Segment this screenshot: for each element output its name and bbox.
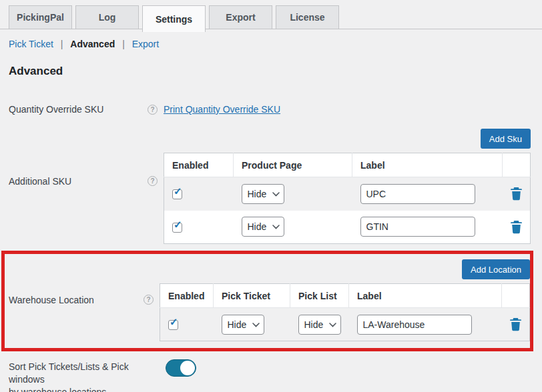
location-label-input[interactable]: [357, 315, 472, 335]
tab-export[interactable]: Export: [209, 5, 272, 29]
help-icon[interactable]: ?: [148, 105, 158, 115]
subnav-advanced[interactable]: Advanced: [70, 39, 115, 49]
subnav-export[interactable]: Export: [132, 39, 159, 49]
enabled-checkbox[interactable]: ✓: [168, 320, 178, 330]
trash-icon[interactable]: [510, 220, 523, 234]
print-quantity-override-sku-link[interactable]: Print Quantity Override SKU: [164, 104, 280, 115]
sort-toggle[interactable]: [166, 359, 196, 377]
tab-label: PickingPal: [17, 12, 64, 23]
sort-setting-label-line1: Sort Pick Tickets/Lists & Pick windows: [9, 361, 164, 386]
tab-pickingpal[interactable]: PickingPal: [9, 5, 72, 29]
additional-sku-row: Additional SKU ? Add Sku Enabled Product…: [9, 129, 531, 244]
table-row: ✓ Hide: [164, 211, 531, 244]
tab-settings[interactable]: Settings: [142, 5, 206, 32]
additional-sku-label: Additional SKU: [9, 175, 71, 187]
column-header-product-page: Product Page: [234, 153, 352, 177]
column-header-pick-ticket: Pick Ticket: [214, 284, 290, 308]
add-sku-button[interactable]: Add Sku: [481, 129, 531, 149]
column-header-label: Label: [349, 284, 502, 308]
table-header-row: Enabled Product Page Label: [164, 153, 531, 177]
column-header-pick-list: Pick List: [290, 284, 349, 308]
toggle-knob-icon: [180, 361, 195, 375]
subnav-separator: |: [122, 39, 125, 49]
enabled-checkbox[interactable]: ✓: [172, 189, 182, 199]
tab-label: License: [290, 12, 324, 23]
pick-ticket-select[interactable]: Hide: [222, 315, 264, 335]
help-icon[interactable]: ?: [144, 295, 154, 305]
column-header-actions: [502, 284, 530, 308]
column-header-enabled: Enabled: [160, 284, 214, 308]
trash-icon[interactable]: [510, 187, 523, 201]
tab-log[interactable]: Log: [75, 5, 139, 29]
trash-icon[interactable]: [509, 317, 522, 331]
quantity-override-row: Quantity Override SKU ? Print Quantity O…: [9, 103, 531, 115]
check-icon: ✓: [174, 186, 182, 196]
sku-label-input[interactable]: [360, 217, 475, 237]
tab-label: Settings: [156, 14, 192, 25]
table-row: ✓ Hide: [164, 177, 531, 211]
product-page-select[interactable]: Hide: [242, 184, 284, 204]
add-location-button[interactable]: Add Location: [462, 259, 530, 279]
pick-list-select[interactable]: Hide: [298, 315, 341, 335]
subnav-pick-ticket[interactable]: Pick Ticket: [9, 39, 53, 49]
sort-setting-label-line2: by warehouse locations: [9, 386, 164, 392]
tab-label: Export: [226, 12, 255, 23]
column-header-label: Label: [352, 153, 503, 177]
warehouse-location-row: Warehouse Location ? Add Location Enable…: [9, 259, 530, 341]
tab-label: Log: [99, 12, 116, 23]
additional-sku-table: Enabled Product Page Label ✓ Hide: [164, 153, 531, 244]
page-title: Advanced: [9, 65, 531, 78]
tab-bar: PickingPal Log Settings Export License: [0, 0, 542, 29]
product-page-select[interactable]: Hide: [242, 217, 284, 237]
check-icon: ✓: [174, 219, 182, 229]
sort-setting-row: Sort Pick Tickets/Lists & Pick windows b…: [9, 359, 531, 392]
column-header-actions: [503, 153, 531, 177]
tab-license[interactable]: License: [276, 5, 339, 29]
warehouse-location-label: Warehouse Location: [9, 294, 94, 306]
table-row: ✓ Hide: [160, 308, 530, 341]
enabled-checkbox[interactable]: ✓: [172, 223, 182, 233]
warehouse-location-highlight: Warehouse Location ? Add Location Enable…: [1, 251, 533, 351]
settings-subnav: Pick Ticket | Advanced | Export: [9, 39, 531, 49]
sku-label-input[interactable]: [360, 184, 475, 204]
sort-setting-label: Sort Pick Tickets/Lists & Pick windows b…: [9, 359, 164, 392]
warehouse-location-table: Enabled Pick Ticket Pick List Label ✓: [160, 283, 530, 341]
quantity-override-label: Quantity Override SKU: [9, 103, 103, 115]
table-header-row: Enabled Pick Ticket Pick List Label: [160, 284, 530, 308]
help-icon[interactable]: ?: [148, 176, 158, 186]
column-header-enabled: Enabled: [164, 153, 234, 177]
subnav-separator: |: [61, 39, 63, 49]
check-icon: ✓: [170, 317, 178, 327]
